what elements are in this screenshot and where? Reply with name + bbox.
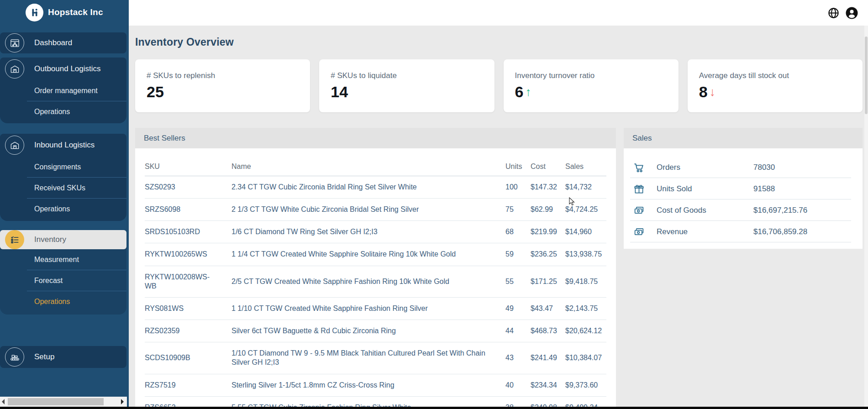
cell-units: 68 — [505, 221, 531, 243]
subitem-label: Operations — [34, 298, 70, 306]
mouse-cursor — [569, 197, 576, 208]
sales-row-value: 91588 — [753, 184, 775, 194]
panel-title: Sales — [632, 134, 652, 143]
sidebar-item-inbound-logistics[interactable]: Inbound Logistics — [0, 134, 126, 157]
stat-card: # SKUs to replenish 25 — [135, 59, 310, 112]
page-vertical-scrollbar[interactable] — [864, 26, 868, 409]
best-sellers-table: SKUNameUnitsCostSales SZS0293 2.34 CT TG… — [145, 148, 606, 409]
stat-card: Average days till stock out 8 ↓ — [688, 59, 863, 112]
cart-icon — [633, 162, 645, 173]
sales-header: Sales — [624, 128, 863, 148]
sales-row-value: $16,706,859.28 — [753, 227, 807, 236]
stat-card-value: 6 — [515, 83, 524, 101]
table-row: RYKTW100265WS 1 1/4 CT TGW Created White… — [145, 243, 606, 266]
cell-sales: $14,960 — [565, 221, 606, 243]
cell-sku[interactable]: SRZS6098 — [145, 199, 231, 221]
best-sellers-header: Best Sellers — [135, 128, 616, 148]
table-row: SZS0293 2.34 CT TGW Cubic Zirconia Brida… — [145, 176, 606, 199]
sidebar-subitem-inbound-operations[interactable]: Operations — [0, 199, 126, 219]
cell-sku[interactable]: SRDS105103RD — [145, 221, 231, 243]
scroll-left-arrow-icon[interactable] — [2, 399, 5, 404]
subitem-label: Received SKUs — [34, 184, 85, 192]
cell-units: 44 — [505, 320, 531, 342]
cell-sku[interactable]: RYKTW100265WS — [145, 243, 231, 266]
stat-card-label: Average days till stock out — [699, 71, 863, 80]
sales-row-value: $16,697,215.76 — [753, 206, 807, 215]
sidebar-subitem-measurement[interactable]: Measurement — [0, 249, 126, 270]
app-window: Hopstack Inc Dashboard — [0, 0, 868, 409]
cell-sku[interactable]: RYKTW100208WS-WB — [145, 266, 231, 297]
cell-name: 1 1/4 CT TGW Created White Sapphire Soli… — [231, 243, 505, 266]
sidebar-horizontal-scrollbar[interactable] — [0, 397, 127, 407]
stat-card-value: 25 — [147, 83, 164, 101]
cell-cost: $236.25 — [531, 243, 565, 266]
setup-conveyor-icon — [5, 347, 24, 367]
table-row: RZS7519 Sterling Silver 1-1/5ct 1.8mm CZ… — [145, 374, 606, 396]
cell-cost: $234.34 — [531, 374, 565, 396]
cell-cost: $171.25 — [531, 266, 565, 297]
scroll-right-arrow-icon[interactable] — [121, 399, 124, 404]
subitem-label: Measurement — [34, 256, 79, 264]
stat-card: Inventory turnover ratio 6 ↑ — [504, 59, 679, 112]
table-row: RYKTW100208WS-WB 2/5 CT TGW Created Whit… — [145, 266, 606, 297]
cell-name: Sterling Silver 1-1/5ct 1.8mm CZ Criss-C… — [231, 374, 505, 396]
sales-row: Orders 78030 — [624, 157, 863, 178]
sidebar: Hopstack Inc Dashboard — [0, 0, 129, 409]
sidebar-subitem-forecast[interactable]: Forecast — [0, 270, 126, 291]
column-header: SKU — [145, 148, 231, 176]
cell-cost: $468.73 — [531, 320, 565, 342]
cell-name: 1/6 CT Diamond TW Ring Set Silver GH I2;… — [231, 221, 505, 243]
sidebar-item-dashboard[interactable]: Dashboard — [0, 32, 126, 53]
table-row: RYS081WS 1 1/10 CT TGW Created White Sap… — [145, 297, 606, 320]
table-row: SRDS105103RD 1/6 CT Diamond TW Ring Set … — [145, 221, 606, 243]
cell-sku[interactable]: RZS02359 — [145, 320, 231, 342]
hopstack-monogram-icon — [26, 4, 43, 21]
cell-cost: $62.99 — [531, 199, 565, 221]
sales-row-label: Units Sold — [657, 184, 692, 194]
sidebar-subitem-inventory-operations[interactable]: Operations — [0, 291, 126, 312]
sidebar-subitem-order-management[interactable]: Order management — [0, 80, 126, 101]
sidebar-item-inventory[interactable]: Inventory — [0, 230, 126, 249]
stat-cards: # SKUs to replenish 25 # SKUs to liquida… — [135, 59, 863, 112]
sidebar-group-inventory: Inventory Measurement Forecast Operation… — [0, 230, 126, 315]
sidebar-item-outbound-logistics[interactable]: Outbound Logistics — [0, 58, 126, 80]
column-header: Cost — [531, 148, 565, 176]
subitem-label: Forecast — [34, 277, 63, 285]
globe-icon[interactable] — [827, 7, 840, 19]
sales-row-label: Cost of Goods — [657, 206, 706, 215]
gift-icon — [633, 183, 645, 194]
best-sellers-panel: Best Sellers SKUNameUnitsCostSales SZS02… — [135, 128, 616, 409]
cell-cost: $43.47 — [531, 297, 565, 320]
subitem-label: Operations — [34, 108, 70, 116]
sales-row: Units Sold 91588 — [624, 178, 863, 199]
sales-row: Revenue $16,706,859.28 — [624, 221, 863, 242]
cell-sku[interactable]: RZS7519 — [145, 374, 231, 396]
inventory-checklist-icon — [5, 230, 24, 249]
cell-cost: $219.99 — [531, 221, 565, 243]
cell-sales: $2,143.75 — [565, 297, 606, 320]
sidebar-subitem-received-skus[interactable]: Received SKUs — [0, 178, 126, 198]
brand-name: Hopstack Inc — [48, 7, 103, 17]
cell-cost: $147.32 — [531, 176, 565, 199]
cell-units: 55 — [505, 266, 531, 297]
stat-card: # SKUs to liquidate 14 — [319, 59, 494, 112]
cell-sku[interactable]: SZS0293 — [145, 176, 231, 199]
cell-units: 49 — [505, 297, 531, 320]
cell-sku[interactable]: RYS081WS — [145, 297, 231, 320]
cell-name: 2 1/3 CT TGW White Cubic Zirconia Bridal… — [231, 199, 505, 221]
window-bottom-edge — [0, 407, 868, 409]
column-header: Name — [231, 148, 505, 176]
scrollbar-thumb[interactable] — [8, 398, 104, 405]
sidebar-item-setup[interactable]: Setup — [0, 346, 126, 368]
sales-row-label: Orders — [657, 163, 680, 172]
cell-name: 2.34 CT TGW Cubic Zirconia Bridal Ring S… — [231, 176, 505, 199]
cell-units: 40 — [505, 374, 531, 396]
user-avatar-icon[interactable] — [846, 7, 858, 19]
cell-sku[interactable]: SCDS10909B — [145, 342, 231, 374]
brand-logo[interactable]: Hopstack Inc — [0, 2, 103, 22]
stat-card-label: # SKUs to replenish — [147, 71, 310, 80]
sidebar-subitem-consignments[interactable]: Consignments — [0, 157, 126, 177]
stat-card-label: Inventory turnover ratio — [515, 71, 679, 80]
scrollbar-thumb[interactable] — [865, 37, 868, 114]
sidebar-subitem-outbound-operations[interactable]: Operations — [0, 101, 126, 122]
